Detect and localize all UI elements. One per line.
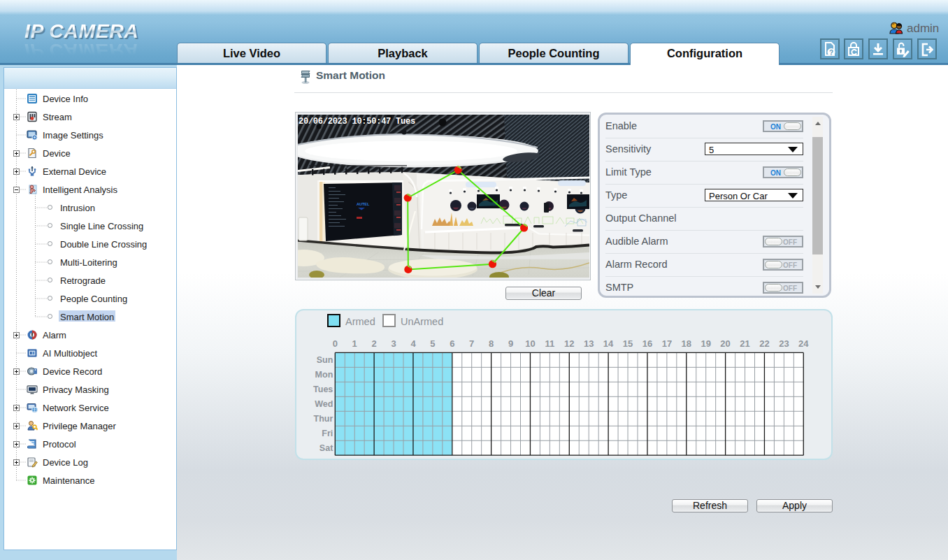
svg-text:22: 22 [759, 338, 769, 349]
svg-text:Sat: Sat [319, 443, 333, 453]
svg-text:13: 13 [584, 338, 594, 349]
svg-text:4: 4 [410, 338, 416, 349]
svg-text:Mon: Mon [315, 370, 333, 380]
svg-text:2: 2 [371, 338, 376, 349]
svg-text:3: 3 [391, 338, 396, 349]
svg-text:6: 6 [450, 338, 454, 349]
svg-text:8: 8 [489, 338, 494, 349]
svg-text:AUTEL: AUTEL [357, 202, 370, 206]
svg-text:21: 21 [740, 338, 749, 349]
svg-text:0: 0 [333, 338, 338, 349]
svg-text:15: 15 [623, 338, 633, 349]
svg-text:20: 20 [720, 338, 730, 349]
svg-text:Tues: Tues [313, 385, 333, 394]
svg-text:7: 7 [469, 338, 474, 349]
svg-text:11: 11 [545, 338, 555, 349]
svg-text:Thur: Thur [314, 414, 333, 424]
svg-text:18: 18 [682, 338, 691, 349]
svg-text:5: 5 [430, 338, 435, 349]
svg-text:Wed: Wed [315, 399, 333, 409]
svg-text:9: 9 [508, 338, 513, 349]
svg-text:Fri: Fri [322, 429, 333, 438]
svg-text:12: 12 [564, 338, 574, 349]
svg-text:20/06/2023 10:50:47 Tues: 20/06/2023 10:50:47 Tues [299, 117, 415, 127]
svg-text:24: 24 [798, 338, 809, 349]
svg-text:1: 1 [352, 338, 357, 349]
svg-text:19: 19 [701, 338, 710, 349]
svg-text:Sun: Sun [317, 355, 333, 365]
svg-text:10: 10 [525, 338, 535, 349]
svg-text:23: 23 [779, 338, 789, 349]
svg-text:17: 17 [662, 338, 672, 349]
svg-text:?: ? [829, 49, 833, 57]
svg-text:14: 14 [603, 338, 614, 349]
svg-text:16: 16 [642, 338, 652, 349]
